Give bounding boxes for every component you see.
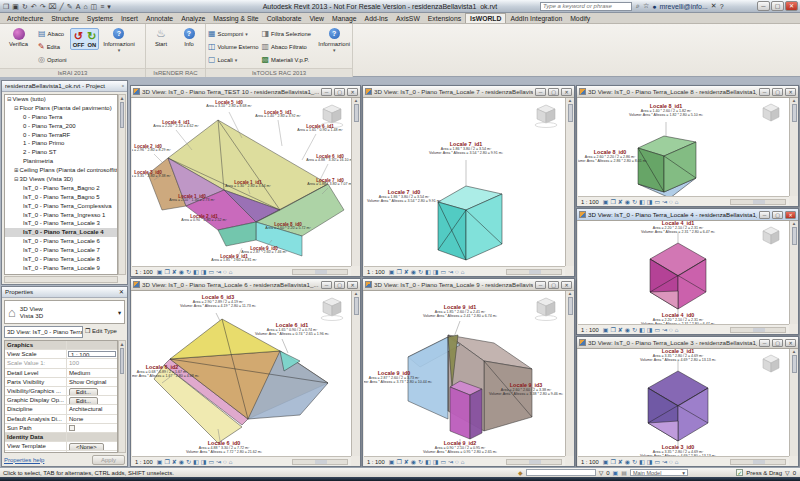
- view-control-bar[interactable]: 1 : 100 ▣❐✘◉↻◧◨▭↝◌⌂: [364, 266, 565, 276]
- redo-icon[interactable]: ↷: [40, 1, 46, 12]
- close-button[interactable]: ✕: [347, 281, 358, 289]
- tree-item[interactable]: IsT_0 - Piano Terra_Bagno 5: [5, 193, 117, 202]
- restore-button[interactable]: ▢: [548, 88, 559, 96]
- minimize-button[interactable]: ─: [759, 211, 770, 219]
- isrender-info-button[interactable]: ? Info: [177, 26, 201, 47]
- scomponi-button[interactable]: ▦Scomponi▾: [208, 28, 259, 40]
- drawing-canvas[interactable]: Locale 6_id3Area = 2.90 * 2.89 / 2 = 4.1…: [132, 291, 351, 456]
- prop-view-name[interactable]: View NameIsT_0 - Piano Terra_L...: [5, 451, 117, 453]
- viewcube[interactable]: [759, 102, 783, 130]
- design-options-icon[interactable]: ▣: [613, 469, 619, 476]
- istools-informazioni-button[interactable]: ? Informazioni▾: [318, 26, 350, 53]
- user-icon[interactable]: ●: [652, 3, 656, 10]
- view-control-bar[interactable]: 1 : 100 ▣❐✘◉↻◧◨▭↝◌⌂: [132, 456, 351, 466]
- volume-esterno-button[interactable]: ◫Volume Esterno: [208, 41, 259, 53]
- view-control-bar[interactable]: 1 : 100 ▣❐✘◉↻◧◨▭↝◌⌂: [578, 324, 789, 334]
- save-icon[interactable]: ▣: [12, 1, 19, 12]
- tree-item-ceiling-plans[interactable]: ⊞Ceiling Plans (Pianta del controsoffitt…: [5, 166, 117, 175]
- restore-button[interactable]: ▢: [772, 339, 783, 347]
- app-minimize-button[interactable]: ─: [757, 1, 770, 11]
- tree-item-floor-plans[interactable]: ⊟Floor Plans (Pianta del pavimento): [5, 104, 117, 113]
- tab-isworld[interactable]: IsWORLD: [465, 13, 506, 23]
- tree-item[interactable]: IsT_0 - Piano Terra_Locale 7: [5, 246, 117, 255]
- horizontal-scrollbar[interactable]: [506, 269, 562, 275]
- thin-lines-icon[interactable]: ≡: [100, 1, 104, 12]
- section-graphics[interactable]: Graphics: [5, 341, 117, 350]
- tab-systems[interactable]: Systems: [83, 14, 117, 23]
- tree-item[interactable]: IsT_0 - Piano Terra_Locale 8: [5, 255, 117, 264]
- restore-button[interactable]: ▢: [334, 281, 345, 289]
- vertical-scrollbar[interactable]: ▲: [565, 291, 574, 456]
- tab-architecture[interactable]: Architecture: [3, 14, 47, 23]
- prop-sun-path[interactable]: Sun Path: [5, 424, 117, 433]
- viewcube[interactable]: [319, 295, 345, 325]
- drawing-canvas[interactable]: Locale 8_id1Area = 1.40 * 2.60 / 2 = 1.8…: [578, 98, 789, 196]
- view-control-icons[interactable]: ▣❐✘◉↻◧◨▭↝◌⌂: [603, 198, 681, 205]
- tab-axissw[interactable]: AxisSW: [392, 14, 424, 23]
- tab-collaborate[interactable]: Collaborate: [263, 14, 306, 23]
- sync-icon[interactable]: ↻: [22, 1, 28, 12]
- filtra-selezione-button[interactable]: ◨Filtra Selezione: [262, 28, 316, 40]
- tab-insert[interactable]: Insert: [117, 14, 142, 23]
- view-scale[interactable]: 1 : 100: [581, 459, 599, 465]
- viewcube[interactable]: [533, 295, 559, 325]
- browser-vertical-scrollbar[interactable]: ▲: [118, 94, 126, 275]
- tab-structure[interactable]: Structure: [47, 14, 83, 23]
- prop-view-template[interactable]: View Template<None>: [5, 442, 117, 451]
- close-button[interactable]: ✕: [785, 211, 796, 219]
- minimize-button[interactable]: ─: [321, 88, 332, 96]
- minimize-button[interactable]: ─: [759, 339, 770, 347]
- prop-discipline[interactable]: DisciplineArchitectural: [5, 405, 117, 414]
- tree-item[interactable]: IsT_0 - Piano Terra_Complessiva: [5, 202, 117, 211]
- tree-item-3d-views[interactable]: ⊟3D Views (Vista 3D): [5, 175, 117, 184]
- properties-vertical-scrollbar[interactable]: ▲: [118, 340, 126, 453]
- view-control-bar[interactable]: 1 : 100 ▣❐✘◉↻◧◨▭↝◌⌂: [132, 266, 351, 276]
- text-icon[interactable]: A: [76, 1, 81, 12]
- panel-label-isrender[interactable]: IsRENDER RAC 2013: [146, 68, 205, 77]
- tree-item[interactable]: IsT_0 - Piano Terra_Ingresso 1: [5, 211, 117, 220]
- tree-item[interactable]: Planimetria: [5, 157, 117, 166]
- viewcube[interactable]: [759, 353, 783, 381]
- window-titlebar[interactable]: 3D View: IsT_0 - Piano Terra_Locale 6 - …: [131, 279, 360, 291]
- restore-button[interactable]: ▢: [548, 281, 559, 289]
- collapse-icon[interactable]: ⊟: [14, 104, 19, 113]
- apply-button[interactable]: Apply: [92, 455, 125, 465]
- design-options-select[interactable]: Main Model▾: [630, 469, 688, 476]
- israi-informazioni-button[interactable]: ? Informazioni▾: [102, 26, 135, 53]
- horizontal-scrollbar[interactable]: [730, 199, 786, 205]
- vertical-scrollbar[interactable]: ▲: [789, 98, 798, 196]
- horizontal-scrollbar[interactable]: [506, 459, 562, 465]
- view-control-bar[interactable]: 1 : 100 ▣❐✘◉↻◧◨▭↝◌⌂: [364, 456, 565, 466]
- window-titlebar[interactable]: 3D View: IsT_0 - Piano Terra_TEST 10 - r…: [131, 86, 360, 98]
- active-only-icon[interactable]: ▤: [621, 469, 627, 476]
- infocenter-search-input[interactable]: [540, 2, 632, 11]
- window-titlebar[interactable]: 3D View: IsT_0 - Piano Terra_Locale 3 - …: [577, 337, 798, 349]
- horizontal-scrollbar[interactable]: [730, 459, 786, 465]
- opzioni-button[interactable]: ◎Opzioni: [38, 54, 67, 66]
- window-titlebar[interactable]: 3D View: IsT_0 - Piano Terra_Locale 7 - …: [363, 86, 574, 98]
- tree-item-views[interactable]: ⊟Views (tutto): [5, 95, 117, 104]
- vertical-scrollbar[interactable]: ▲: [565, 98, 574, 266]
- minimize-button[interactable]: ─: [759, 88, 770, 96]
- collapse-icon[interactable]: ⊟: [14, 175, 19, 184]
- tree-item[interactable]: IsT_0 - Piano Terra_Locale 9: [5, 264, 117, 273]
- edit-type-button[interactable]: ❐ Edit Type: [85, 326, 125, 338]
- view-control-bar[interactable]: 1 : 100 ▣❐✘◉↻◧◨▭↝◌⌂: [578, 456, 789, 466]
- panel-pin-icon[interactable]: ▫: [122, 81, 124, 91]
- materiali-vpp-button[interactable]: ▩Materiali V.p.P.: [262, 54, 316, 66]
- expand-icon[interactable]: ⊞: [14, 166, 19, 175]
- prop-parts-visibility[interactable]: Parts VisibilityShow Original: [5, 378, 117, 387]
- window-titlebar[interactable]: 3D View: IsT_0 - Piano Terra_Locale 9 - …: [363, 279, 574, 291]
- abaco-button[interactable]: ▤Abaco: [38, 28, 67, 40]
- quick-access-toolbar[interactable]: ❐ ▣ ↻ ↶ ↷ ⌧ ╱ ✎ A ⌂ ◫ ≡ ▾: [3, 1, 111, 12]
- panel-label-israi[interactable]: IsRAI 2013: [0, 68, 145, 77]
- tab-massing-site[interactable]: Massing & Site: [209, 14, 262, 23]
- tab-modify[interactable]: Modify: [566, 14, 594, 23]
- tree-item[interactable]: IsT_0 - Piano Terra_Bagno 2: [5, 184, 117, 193]
- tab-view[interactable]: View: [305, 14, 328, 23]
- view-control-icons[interactable]: ▣❐✘◉↻◧◨▭↝◌⌂: [389, 458, 467, 465]
- prop-graphic-display[interactable]: Graphic Display Op...Edit...: [5, 396, 117, 405]
- prop-view-scale[interactable]: View Scale1 : 100: [5, 350, 117, 359]
- vertical-scrollbar[interactable]: ▲: [789, 349, 798, 456]
- prop-detail-level[interactable]: Detail LevelMedium: [5, 369, 117, 378]
